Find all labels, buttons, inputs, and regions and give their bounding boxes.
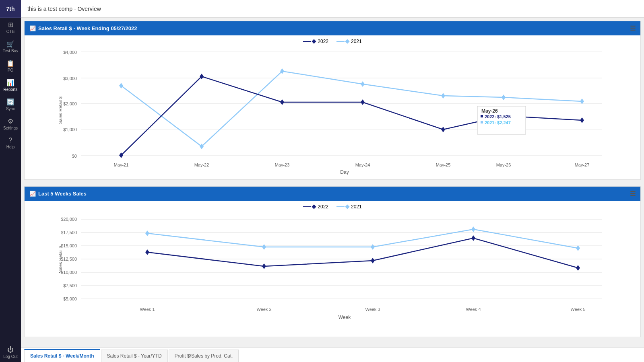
svg-text:$3,000: $3,000: [63, 76, 77, 81]
chart1-svg: $4,000 $3,000 $2,000 $1,000 $0 Sales Ret…: [28, 46, 637, 175]
svg-marker-24: [502, 95, 506, 100]
sidebar-item-settings[interactable]: ⚙ Settings: [0, 114, 21, 134]
main-content: this is a test comp - Overview 📈 Sales R…: [21, 0, 644, 362]
tab-week-month[interactable]: Sales Retail $ - Week/Month: [24, 349, 100, 362]
legend-2021-label: 2021: [351, 39, 362, 44]
sidebar-item-logout[interactable]: ⏻ Log Out: [0, 343, 21, 362]
chart2-trend-icon: 📈: [29, 191, 36, 197]
sidebar-label-settings: Settings: [3, 126, 18, 130]
svg-rect-37: [481, 121, 483, 123]
chart2-header: 📈 Last 5 Weeks Sales ☰: [25, 187, 640, 201]
chart2-legend: 2022 2021: [28, 204, 637, 210]
po-icon: 📋: [6, 60, 14, 67]
sidebar-label-reports: Reports: [3, 87, 17, 92]
svg-marker-19: [119, 83, 123, 88]
chart1-menu-icon[interactable]: ☰: [630, 25, 636, 32]
tab-year-ytd[interactable]: Sales Retail $ - Year/YTD: [101, 350, 168, 362]
legend-2022: 2022: [303, 39, 328, 44]
sidebar-label-test-buy: Test Buy: [3, 49, 18, 53]
chart1-title: Sales Retail $ - Week Ending 05/27/2022: [38, 25, 137, 31]
svg-text:Week 2: Week 2: [256, 307, 271, 312]
svg-text:$17,500: $17,500: [61, 230, 77, 235]
svg-marker-28: [280, 99, 284, 105]
sidebar-item-help[interactable]: ? Help: [0, 134, 21, 152]
svg-text:$5,000: $5,000: [63, 296, 77, 301]
sidebar: 7th ⊞ OTB 🛒 Test Buy 📋 PO 📊 Reports 🔄 Sy…: [0, 0, 21, 362]
sidebar-item-otb[interactable]: ⊞ OTB: [0, 18, 21, 37]
svg-marker-61: [262, 244, 266, 250]
legend-2022-label: 2022: [318, 39, 328, 44]
svg-rect-35: [481, 115, 483, 117]
chart1-trend-icon: 📈: [29, 25, 36, 31]
settings-icon: ⚙: [8, 117, 13, 125]
svg-text:$12,500: $12,500: [61, 257, 77, 261]
svg-text:May-25: May-25: [436, 162, 451, 167]
page-title: this is a test comp - Overview: [27, 6, 101, 12]
svg-text:Sales Retail $: Sales Retail $: [58, 97, 63, 124]
svg-marker-23: [441, 93, 445, 99]
svg-marker-69: [576, 265, 580, 271]
tab-profit-prod[interactable]: Profit $/Sales by Prod. Cat.: [169, 350, 239, 362]
svg-text:May-21: May-21: [114, 162, 129, 167]
reports-icon: 📊: [6, 79, 14, 86]
svg-text:May-27: May-27: [575, 162, 590, 167]
chart2-header-left: 📈 Last 5 Weeks Sales: [29, 191, 87, 197]
sidebar-label-otb: OTB: [6, 29, 15, 34]
svg-text:$20,000: $20,000: [61, 217, 77, 222]
test-buy-icon: 🛒: [6, 40, 14, 48]
svg-marker-29: [361, 99, 365, 105]
help-icon: ?: [9, 137, 12, 144]
svg-text:$1,000: $1,000: [63, 127, 77, 132]
chart2-legend-2021-label: 2021: [351, 204, 362, 210]
sidebar-item-test-buy[interactable]: 🛒 Test Buy: [0, 37, 21, 56]
svg-text:$0: $0: [72, 154, 77, 158]
sidebar-item-sync[interactable]: 🔄 Sync: [0, 95, 21, 114]
chart2-menu-icon[interactable]: ☰: [630, 190, 636, 197]
chart1-legend: 2022 2021: [28, 39, 637, 44]
svg-text:$4,000: $4,000: [63, 50, 77, 55]
chart2-legend-2022: 2022: [303, 204, 328, 210]
svg-text:Week 4: Week 4: [466, 307, 481, 312]
topbar: this is a test comp - Overview: [21, 0, 644, 18]
chart2-svg-container: $20,000 $17,500 $15,000 $12,500 $10,000 …: [28, 211, 637, 333]
svg-text:2021: $2,247: 2021: $2,247: [485, 120, 511, 125]
svg-marker-22: [361, 81, 365, 87]
svg-marker-65: [145, 249, 149, 255]
svg-text:$2,000: $2,000: [63, 101, 77, 106]
app-logo[interactable]: 7th: [0, 0, 21, 18]
chart1-header: 📈 Sales Retail $ - Week Ending 05/27/202…: [25, 21, 640, 35]
chart2-body: 2022 2021: [25, 201, 640, 337]
bottom-tabs: Sales Retail $ - Week/Month Sales Retail…: [21, 348, 644, 362]
svg-text:$10,000: $10,000: [61, 270, 77, 275]
svg-text:May-26: May-26: [496, 162, 511, 167]
sidebar-label-po: PO: [8, 68, 13, 72]
chart2-legend-2022-label: 2022: [318, 204, 328, 210]
sidebar-item-po[interactable]: 📋 PO: [0, 56, 21, 76]
chart1-svg-container: $4,000 $3,000 $2,000 $1,000 $0 Sales Ret…: [28, 46, 637, 176]
svg-text:Week: Week: [339, 315, 351, 320]
otb-icon: ⊞: [8, 21, 13, 29]
chart2-svg: $20,000 $17,500 $15,000 $12,500 $10,000 …: [28, 211, 637, 332]
svg-text:Day: Day: [340, 169, 349, 175]
sidebar-label-help: Help: [6, 145, 15, 149]
sidebar-item-reports[interactable]: 📊 Reports: [0, 76, 21, 95]
svg-text:May-26: May-26: [481, 108, 498, 114]
svg-marker-32: [580, 117, 584, 123]
sidebar-label-logout: Log Out: [3, 354, 18, 359]
sync-icon: 🔄: [6, 98, 14, 106]
sidebar-label-sync: Sync: [6, 107, 15, 111]
svg-marker-67: [371, 258, 375, 263]
svg-text:Sales Retail $: Sales Retail $: [58, 246, 63, 273]
svg-marker-64: [576, 245, 580, 251]
svg-text:Week 1: Week 1: [140, 307, 155, 312]
content-area: 📈 Sales Retail $ - Week Ending 05/27/202…: [21, 18, 644, 348]
svg-marker-60: [145, 230, 149, 236]
svg-text:$7,500: $7,500: [63, 283, 77, 288]
legend-2021: 2021: [336, 39, 362, 44]
svg-marker-63: [471, 226, 475, 232]
chart2-title: Last 5 Weeks Sales: [38, 191, 87, 197]
chart1-body: 2022 2021 $4,000 $3,000: [25, 35, 640, 179]
svg-text:May-23: May-23: [275, 162, 290, 167]
svg-marker-62: [371, 244, 375, 250]
chart2-panel: 📈 Last 5 Weeks Sales ☰ 2022: [24, 186, 641, 337]
